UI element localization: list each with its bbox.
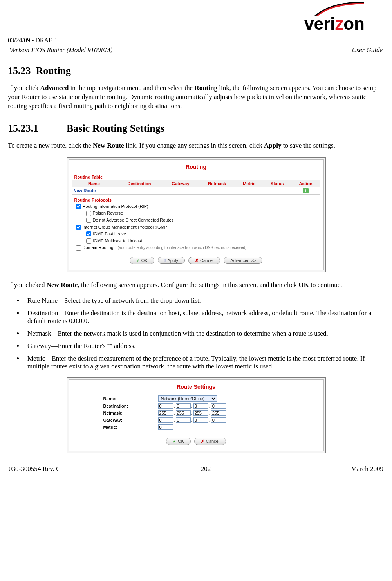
list-item: Metric—Enter the desired measurement of … [23, 355, 384, 370]
subsection-heading: 15.23.1Basic Routing Settings [8, 123, 384, 134]
netmask-octet-1[interactable] [158, 410, 173, 416]
netmask-octet-3[interactable] [193, 410, 208, 416]
verizon-swish-icon [314, 2, 365, 16]
routing-table: Name Destination Gateway Netmask Metric … [72, 180, 320, 195]
section-intro: If you click Advanced in the top navigat… [8, 84, 384, 111]
after-fig1-text: If you clicked New Route, the following … [8, 281, 384, 290]
col-destination: Destination [116, 180, 162, 187]
footer-page-number: 202 [201, 465, 211, 473]
cancel-button[interactable]: ✗Cancel [194, 438, 226, 445]
new-route-link[interactable]: New Route [74, 188, 96, 193]
col-status: Status [263, 180, 291, 187]
product-title: Verizon FiOS Router (Model 9100EM) [9, 46, 112, 54]
fig1-title: Routing [72, 162, 320, 173]
list-item: Gateway—Enter the Router's IP address. [23, 342, 384, 350]
domain-hint: (add route entry according to interface … [117, 245, 246, 251]
gateway-label: Gateway: [103, 418, 158, 422]
domain-routing-checkbox[interactable] [76, 245, 81, 251]
rip-checkbox[interactable] [76, 204, 81, 209]
col-name: Name [72, 180, 116, 187]
footer-divider [8, 464, 384, 464]
netmask-octet-2[interactable] [176, 410, 191, 416]
gateway-octet-4[interactable] [211, 417, 226, 423]
routing-table-heading: Routing Table [74, 175, 320, 179]
name-select[interactable]: Network (Home/Office) [158, 395, 217, 402]
gateway-octet-3[interactable] [193, 417, 208, 423]
netmask-label: Netmask: [103, 411, 158, 415]
table-header-row: Name Destination Gateway Netmask Metric … [72, 180, 320, 187]
igmp-fastleave-checkbox[interactable] [86, 231, 91, 236]
footer-right: March 2009 [351, 465, 383, 473]
netmask-octet-4[interactable] [211, 410, 226, 416]
destination-octet-4[interactable] [211, 403, 226, 409]
destination-label: Destination: [103, 404, 158, 408]
igmp-label: Internet Group Management Protocol (IGMP… [83, 224, 169, 231]
footer-left: 030-300554 Rev. C [9, 465, 61, 473]
igmp-checkbox[interactable] [76, 225, 81, 230]
subsection-intro: To create a new route, click the New Rou… [8, 141, 384, 150]
name-label: Name: [103, 396, 158, 401]
table-row: New Route + [72, 187, 320, 194]
cancel-button[interactable]: ✗Cancel [188, 257, 220, 264]
igmp-mc2uc-checkbox[interactable] [86, 238, 91, 244]
list-item: Netmask—Enter the network mask is used i… [23, 330, 384, 337]
ok-button[interactable]: ✓OK [166, 438, 191, 445]
rip-label: Routing Information Protocol (RIP) [83, 203, 148, 210]
gateway-octet-1[interactable] [158, 417, 173, 423]
mc2uc-label: IGMP Multicast to Unicast [93, 238, 142, 245]
draft-line: 03/24/09 - DRAFT [8, 37, 384, 44]
route-settings-screenshot: Route Settings Name: Network (Home/Offic… [67, 377, 326, 453]
list-item: Rule Name—Select the type of network fro… [23, 297, 384, 305]
poison-reverse-checkbox[interactable] [86, 211, 91, 216]
metric-label: Metric: [103, 425, 158, 429]
metric-input[interactable] [158, 424, 173, 430]
dnac-checkbox[interactable] [86, 218, 91, 223]
col-netmask: Netmask [199, 180, 235, 187]
col-metric: Metric [235, 180, 263, 187]
advanced-button[interactable]: Advanced >> [224, 257, 262, 264]
gateway-octet-2[interactable] [176, 417, 191, 423]
fig2-title: Route Settings [72, 382, 320, 393]
list-item: Destination—Enter the destination is the… [23, 309, 384, 325]
destination-octet-1[interactable] [158, 403, 173, 409]
field-descriptions-list: Rule Name—Select the type of network fro… [23, 297, 384, 370]
domain-label: Domain Routing [83, 244, 114, 251]
section-heading: 15.23 Routing [8, 65, 384, 77]
add-icon[interactable]: + [303, 188, 309, 193]
routing-screenshot: Routing Routing Table Name Destination G… [67, 157, 326, 272]
dnac-label: Do not Advertise Direct Connected Routes [93, 217, 174, 224]
col-action: Action [291, 180, 320, 187]
routing-protocols-heading: Routing Protocols [74, 198, 320, 202]
doc-type: User Guide [352, 46, 383, 54]
destination-octet-3[interactable] [193, 403, 208, 409]
apply-button[interactable]: !Apply [158, 257, 185, 264]
ok-button[interactable]: ✓OK [130, 257, 154, 264]
col-gateway: Gateway [163, 180, 199, 187]
fastleave-label: IGMP Fast Leave [93, 231, 126, 238]
poison-label: Poison Reverse [93, 210, 123, 217]
destination-octet-2[interactable] [176, 403, 191, 409]
verizon-logo: verizon [304, 2, 365, 34]
